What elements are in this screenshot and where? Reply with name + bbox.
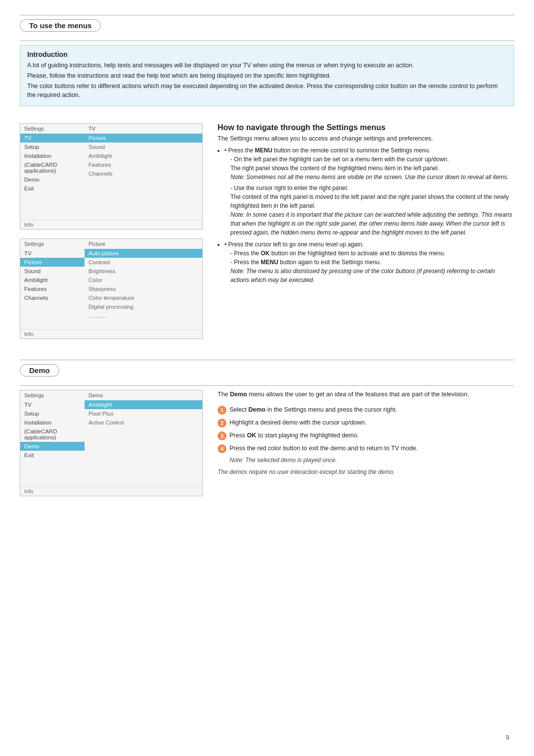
demo-step4-note: Note: The selected demo is played once. bbox=[218, 457, 514, 464]
menu1-info: Info bbox=[20, 220, 202, 229]
menu2-right-dots: ............ bbox=[85, 311, 202, 320]
menu2-item-features: Features bbox=[20, 284, 85, 293]
menu1-item-tv: TV bbox=[20, 134, 85, 142]
demo-menu-blank2 bbox=[20, 469, 85, 477]
menu1-item-cablecard: (CableCARD applications) bbox=[20, 160, 85, 175]
demo-menu-blank1 bbox=[85, 427, 202, 436]
demo-step-3: 3 Press OK to start playing the highligh… bbox=[218, 431, 514, 440]
step-num-1: 1 bbox=[218, 406, 226, 415]
menu1-right-features: Features bbox=[85, 160, 202, 169]
menu1-item-exit: Exit bbox=[20, 184, 85, 193]
menu1-item-blank1 bbox=[20, 193, 85, 202]
step-num-2: 2 bbox=[218, 419, 226, 427]
step-num-4: 4 bbox=[218, 444, 226, 453]
demo-menu-right-activecontrol: Active Control bbox=[85, 418, 202, 427]
demo-top-divider bbox=[20, 360, 514, 360]
demo-menu-col: Settings Demo TV Setup Installation (Cab… bbox=[20, 390, 203, 497]
menu-demos-col: Settings TV TV Setup Installation (Cable… bbox=[20, 123, 203, 340]
demo-divider2 bbox=[20, 385, 514, 386]
demo-step-1: 1 Select Demo in the Settings menu and p… bbox=[218, 405, 514, 415]
demo-menu-item-exit: Exit bbox=[20, 451, 85, 460]
menu2-item-blank2 bbox=[20, 311, 85, 320]
demo-instructions-col: The Demo menu allows the user to get an … bbox=[218, 390, 514, 497]
demo-menu-item-demo: Demo bbox=[20, 442, 85, 451]
menu1-item-demo: Demo bbox=[20, 175, 85, 184]
menu2-right-contrast: Contrast bbox=[85, 258, 202, 267]
intro-box: Introduction A lot of guiding instructio… bbox=[20, 45, 514, 106]
nav-bullet-1: • Press the MENU button on the remote co… bbox=[224, 146, 514, 237]
step-1-text: Select Demo in the Settings menu and pre… bbox=[229, 405, 397, 415]
menu2-item-blank1 bbox=[20, 302, 85, 311]
demo-extra-note: The demos require no user interaction ex… bbox=[218, 469, 514, 475]
menu1-item-installation: Installation bbox=[20, 151, 85, 160]
menu2-right-label: Picture bbox=[89, 241, 198, 247]
demo-menu-item-installation: Installation bbox=[20, 418, 85, 427]
menu2-right-digital: Digital processing bbox=[85, 302, 202, 311]
menu1-item-blank3 bbox=[20, 211, 85, 220]
tv-menu-1: Settings TV TV Setup Installation (Cable… bbox=[20, 123, 203, 230]
menu2-left-panel: TV Picture Sound Ambilight Features Chan… bbox=[20, 249, 85, 329]
demo-menu-blank1 bbox=[20, 460, 85, 469]
nav-sub-2b: - Press the MENU button again to exit th… bbox=[224, 258, 514, 267]
nav-sub-1b-note: The content of the right panel is moved … bbox=[224, 192, 514, 210]
step-4-text: Press the red color button to exit the d… bbox=[229, 444, 418, 453]
menu2-item-ambilight: Ambilight bbox=[20, 276, 85, 284]
menu1-item-blank2 bbox=[20, 202, 85, 211]
demo-tv-menu: Settings Demo TV Setup Installation (Cab… bbox=[20, 390, 203, 496]
intro-p2: Please, follow the instructions and read… bbox=[27, 71, 507, 81]
menu1-right-ambilight: Ambilight bbox=[85, 151, 202, 160]
nav-sub-2a: - Press the OK button on the highlighted… bbox=[224, 249, 514, 258]
demo-menu-right-panel: Ambilight Pixel Plus Active Control bbox=[85, 400, 202, 486]
step-3-text: Press OK to start playing the highlighte… bbox=[229, 431, 359, 440]
page-number: 9 bbox=[506, 734, 509, 741]
menu2-item-tv: TV bbox=[20, 249, 85, 258]
demo-menu-blank3 bbox=[20, 477, 85, 486]
demo-step-2: 2 Highlight a desired demo with the curs… bbox=[218, 418, 514, 427]
demo-menu-blank3 bbox=[85, 445, 202, 454]
menu1-right-label: TV bbox=[89, 126, 198, 132]
demo-step-4: 4 Press the red color button to exit the… bbox=[218, 444, 514, 453]
demo-menu-settings-label: Settings bbox=[24, 392, 89, 398]
menu2-right-color: Color bbox=[85, 276, 202, 284]
nav-sub-1a: - On the left panel the highlight can be… bbox=[224, 155, 514, 164]
nav-list: • Press the MENU button on the remote co… bbox=[218, 146, 514, 284]
menu1-right-sound: Sound bbox=[85, 142, 202, 151]
menu1-settings-label: Settings bbox=[24, 126, 89, 132]
step-2-text: Highlight a desired demo with the cursor… bbox=[229, 418, 366, 427]
demo-menu-blank2 bbox=[85, 436, 202, 445]
nav-sub-1a-note: The right panel shows the content of the… bbox=[224, 164, 514, 173]
menu2-right-autopicture: Auto picture bbox=[85, 249, 202, 258]
menu2-item-picture: Picture bbox=[20, 258, 85, 267]
demo-menu-right-ambilight: Ambilight bbox=[85, 400, 202, 409]
nav-intro: The Settings menu allows you to access a… bbox=[218, 135, 514, 142]
demo-steps-list: 1 Select Demo in the Settings menu and p… bbox=[218, 405, 514, 453]
menu2-right-colortemp: Color temperature bbox=[85, 293, 202, 302]
demo-title: Demo bbox=[20, 364, 59, 377]
menu2-right-panel: Auto picture Contrast Brightness Color S… bbox=[85, 249, 202, 329]
menu1-item-setup: Setup bbox=[20, 142, 85, 151]
menu1-right-panel: Picture Sound Ambilight Features Channel… bbox=[85, 134, 202, 220]
demo-desc: The Demo menu allows the user to get an … bbox=[218, 390, 514, 399]
menu2-right-sharpness: Sharpness bbox=[85, 284, 202, 293]
nav-note-1a: Note: Sometimes not all the menu items a… bbox=[224, 173, 514, 182]
demo-menu-right-pixelplus: Pixel Plus bbox=[85, 409, 202, 418]
demo-menu-left-panel: TV Setup Installation (CableCARD applica… bbox=[20, 400, 85, 486]
menu1-left-panel: TV Setup Installation (CableCARD applica… bbox=[20, 134, 85, 220]
tv-menu-2: Settings Picture TV Picture Sound Ambili… bbox=[20, 238, 203, 339]
section-title-use-menus: To use the menus bbox=[20, 19, 101, 32]
menu2-settings-label: Settings bbox=[24, 241, 89, 247]
menu1-right-picture: Picture bbox=[85, 134, 202, 142]
menu2-item-blank3 bbox=[20, 320, 85, 329]
menu2-info: Info bbox=[20, 329, 202, 338]
intro-p3: The color buttons refer to different act… bbox=[27, 82, 507, 100]
menu2-item-sound: Sound bbox=[20, 267, 85, 276]
demo-menu-right-label: Demo bbox=[89, 392, 198, 398]
menu2-item-channels: Channels bbox=[20, 293, 85, 302]
section-demo: Demo Settings Demo TV Setup Installation… bbox=[20, 360, 514, 497]
nav-bullet-2: • Press the cursor left to go one menu l… bbox=[224, 240, 514, 284]
nav-title: How to navigate through the Settings men… bbox=[218, 123, 514, 132]
intro-heading: Introduction bbox=[27, 50, 507, 58]
nav-sub-1b: - Use the cursor right to enter the righ… bbox=[224, 184, 514, 192]
demo-menu-info: Info bbox=[20, 486, 202, 496]
menu1-right-channels: Channels bbox=[85, 169, 202, 178]
